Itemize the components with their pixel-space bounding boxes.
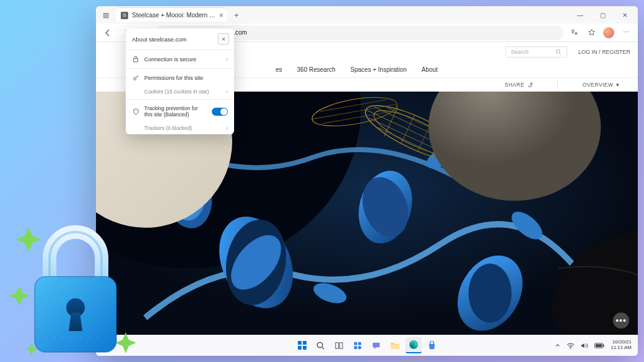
tab-actions-icon[interactable]: ▥: [98, 7, 113, 22]
tab-title: Steelcase + Moooi: Modern …: [132, 12, 215, 19]
menu-button[interactable]: ⋯: [618, 25, 634, 41]
svg-point-61: [71, 337, 72, 338]
close-tab-icon[interactable]: ×: [219, 11, 224, 20]
maximize-button[interactable]: ▢: [592, 7, 613, 22]
svg-rect-28: [336, 342, 339, 348]
connection-secure-row[interactable]: Connection is secure ›: [126, 51, 234, 67]
svg-point-43: [54, 287, 55, 288]
svg-point-54: [80, 297, 81, 298]
desktop-window: ▥ S Steelcase + Moooi: Modern … × + — ▢ …: [96, 6, 638, 356]
translate-icon[interactable]: [566, 25, 582, 41]
svg-point-53: [71, 297, 72, 298]
battery-icon[interactable]: [594, 343, 604, 348]
svg-point-62: [80, 337, 81, 338]
tracking-toggle[interactable]: [212, 108, 228, 116]
svg-point-3: [556, 50, 560, 53]
svg-point-65: [106, 337, 107, 338]
lock-icon: [132, 56, 139, 62]
svg-point-56: [97, 297, 98, 298]
tray-chevron-icon[interactable]: [555, 343, 560, 348]
share-button[interactable]: SHARE: [505, 82, 533, 88]
svg-point-57: [106, 297, 107, 298]
padlock-illustration: [6, 213, 142, 362]
store-icon[interactable]: [424, 337, 440, 353]
svg-rect-38: [596, 344, 602, 347]
svg-point-52: [63, 297, 64, 298]
svg-point-50: [45, 297, 46, 298]
close-window-button[interactable]: ✕: [614, 7, 635, 22]
widgets-icon[interactable]: [350, 337, 366, 353]
trackers-label: Trackers (0 blocked): [144, 125, 192, 131]
back-button[interactable]: [100, 25, 116, 41]
window-controls: — ▢ ✕: [570, 7, 635, 22]
svg-point-64: [97, 337, 98, 338]
permissions-row[interactable]: Permissions for this site: [126, 70, 234, 85]
wifi-icon[interactable]: [567, 342, 575, 349]
svg-rect-39: [603, 344, 604, 347]
svg-rect-34: [391, 345, 399, 350]
svg-point-49: [106, 287, 107, 288]
svg-point-58: [45, 337, 46, 338]
search-placeholder: Search: [511, 49, 529, 55]
svg-point-51: [54, 297, 55, 298]
trackers-row[interactable]: Trackers (0 blocked) ›: [126, 122, 234, 134]
browser-tab[interactable]: S Steelcase + Moooi: Modern … ×: [116, 7, 227, 22]
browser-titlebar: ▥ S Steelcase + Moooi: Modern … × + — ▢ …: [96, 6, 638, 24]
svg-rect-31: [358, 342, 361, 345]
chat-icon[interactable]: [368, 337, 385, 353]
svg-point-45: [71, 287, 72, 288]
shield-icon: [132, 108, 139, 115]
svg-rect-30: [354, 342, 357, 345]
svg-point-46: [80, 287, 81, 288]
search-icon[interactable]: [313, 337, 329, 353]
tracking-prevention-row: Tracking prevention for this site (Balan…: [126, 101, 234, 122]
svg-rect-25: [298, 346, 302, 350]
svg-point-42: [45, 287, 46, 288]
explorer-icon[interactable]: [387, 337, 403, 353]
tray-time: 11:11 AM: [611, 345, 632, 351]
svg-point-63: [89, 337, 90, 338]
permissions-label: Permissions for this site: [144, 75, 228, 81]
cookies-label: Cookies (15 cookies in use): [144, 88, 209, 95]
system-tray: 10/20/21 11:11 AM: [549, 340, 638, 351]
windows-taskbar: 10/20/21 11:11 AM: [96, 335, 638, 356]
svg-rect-32: [354, 346, 357, 349]
edge-icon[interactable]: [406, 337, 422, 353]
site-security-panel: About steelcase.com × Connection is secu…: [126, 28, 234, 134]
svg-point-14: [469, 264, 512, 322]
key-icon: [132, 74, 139, 81]
divider: [557, 80, 558, 89]
share-icon: [527, 82, 533, 88]
svg-rect-24: [303, 341, 307, 345]
new-tab-button[interactable]: +: [230, 8, 243, 22]
svg-rect-29: [339, 342, 342, 348]
minimize-button[interactable]: —: [570, 7, 591, 22]
svg-point-55: [89, 297, 90, 298]
svg-point-59: [54, 337, 55, 338]
favorites-icon[interactable]: [583, 25, 599, 41]
nav-item[interactable]: es: [276, 66, 282, 73]
tracking-label: Tracking prevention for this site (Balan…: [144, 105, 207, 118]
more-actions-fab[interactable]: •••: [613, 312, 629, 329]
nav-item[interactable]: Spaces + Inspiration: [350, 66, 407, 73]
chevron-right-icon: ›: [226, 56, 228, 62]
svg-rect-26: [303, 346, 307, 350]
profile-avatar[interactable]: [601, 25, 617, 41]
svg-point-60: [63, 337, 64, 338]
login-link[interactable]: LOG IN / REGISTER: [578, 49, 630, 55]
site-search-input[interactable]: Search: [505, 46, 567, 58]
clock[interactable]: 10/20/21 11:11 AM: [611, 340, 632, 351]
svg-point-47: [89, 287, 90, 288]
overview-dropdown[interactable]: OVERVIEW ▾: [583, 82, 619, 88]
task-view-icon[interactable]: [331, 337, 347, 353]
volume-icon[interactable]: [581, 342, 588, 349]
cookies-row[interactable]: Cookies (15 cookies in use) ›: [126, 85, 234, 98]
chevron-right-icon: ›: [226, 88, 228, 95]
connection-label: Connection is secure: [144, 56, 221, 62]
nav-item[interactable]: About: [422, 66, 438, 73]
nav-item[interactable]: 360 Research: [297, 66, 336, 73]
close-panel-button[interactable]: ×: [218, 33, 229, 45]
start-button[interactable]: [294, 337, 310, 353]
svg-point-27: [317, 342, 322, 347]
svg-point-48: [97, 287, 98, 288]
